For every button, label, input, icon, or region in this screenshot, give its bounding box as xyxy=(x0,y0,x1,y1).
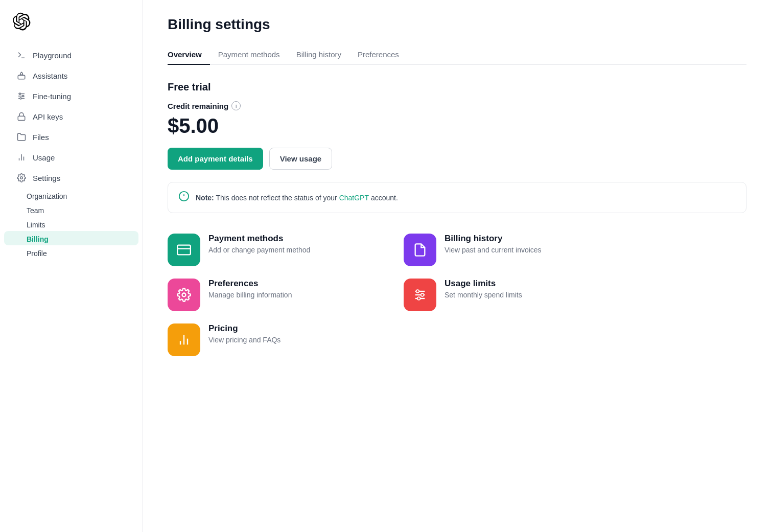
free-trial-section: Free trial Credit remaining i $5.00 Add … xyxy=(168,81,746,213)
billing-history-title: Billing history xyxy=(445,234,542,244)
preferences-desc: Manage billing information xyxy=(208,291,292,299)
preferences-card[interactable]: Preferences Manage billing information xyxy=(168,279,391,311)
svg-rect-1 xyxy=(18,75,25,79)
svg-point-2 xyxy=(20,73,23,75)
tab-billing-history[interactable]: Billing history xyxy=(288,45,349,65)
svg-point-8 xyxy=(20,98,21,99)
payment-methods-text: Payment methods Add or change payment me… xyxy=(208,234,310,254)
robot-icon xyxy=(16,71,27,81)
svg-rect-9 xyxy=(18,116,25,120)
payment-methods-desc: Add or change payment method xyxy=(208,246,310,254)
svg-point-7 xyxy=(22,96,24,97)
payment-methods-icon xyxy=(168,234,200,266)
billing-history-desc: View past and current invoices xyxy=(445,246,542,254)
sidebar-billing-label: Billing xyxy=(27,235,49,243)
credit-label: Credit remaining i xyxy=(168,101,746,110)
main-content: Billing settings Overview Payment method… xyxy=(143,0,771,532)
nav-files-label: Files xyxy=(33,133,49,142)
pricing-icon xyxy=(168,323,200,356)
payment-methods-title: Payment methods xyxy=(208,234,310,244)
lock-icon xyxy=(16,111,27,122)
note-body: This does not reflect the status of your xyxy=(214,194,339,202)
action-buttons: Add payment details View usage xyxy=(168,148,746,170)
nav-settings[interactable]: Settings xyxy=(4,168,138,188)
usage-limits-desc: Set monthly spend limits xyxy=(445,291,522,299)
sliders-icon xyxy=(16,91,27,101)
pricing-card[interactable]: Pricing View pricing and FAQs xyxy=(168,323,391,356)
cards-grid: Payment methods Add or change payment me… xyxy=(168,234,627,356)
svg-point-19 xyxy=(182,293,186,297)
openai-logo-icon xyxy=(12,12,31,31)
sidebar-item-limits[interactable]: Limits xyxy=(4,217,138,231)
billing-history-card[interactable]: Billing history View past and current in… xyxy=(404,234,627,266)
billing-history-icon xyxy=(404,234,436,266)
note-info-icon xyxy=(178,191,190,204)
usage-limits-card[interactable]: Usage limits Set monthly spend limits xyxy=(404,279,627,311)
nav-fine-tuning[interactable]: Fine-tuning xyxy=(4,86,138,106)
bar-chart-icon xyxy=(16,152,27,163)
svg-point-13 xyxy=(20,177,23,179)
payment-methods-card[interactable]: Payment methods Add or change payment me… xyxy=(168,234,391,266)
pricing-desc: View pricing and FAQs xyxy=(208,336,281,344)
nav-playground[interactable]: Playground xyxy=(4,45,138,65)
tab-preferences[interactable]: Preferences xyxy=(349,45,407,65)
sidebar-item-billing[interactable]: Billing xyxy=(4,231,138,245)
sidebar: Playground Assistants Fine-tuning API ke… xyxy=(0,0,143,532)
folder-icon xyxy=(16,132,27,142)
view-usage-button[interactable]: View usage xyxy=(269,148,332,170)
sidebar-limits-label: Limits xyxy=(27,221,45,229)
credit-amount: $5.00 xyxy=(168,114,746,137)
note-text: Note: This does not reflect the status o… xyxy=(196,194,398,202)
free-trial-title: Free trial xyxy=(168,81,746,93)
credit-info-icon[interactable]: i xyxy=(231,101,241,110)
sidebar-team-label: Team xyxy=(27,206,44,215)
note-banner: Note: This does not reflect the status o… xyxy=(168,182,746,213)
sidebar-profile-label: Profile xyxy=(27,249,47,258)
logo xyxy=(0,8,143,45)
nav-usage-label: Usage xyxy=(33,153,55,162)
sidebar-organization-label: Organization xyxy=(27,192,67,200)
tab-overview[interactable]: Overview xyxy=(168,45,210,65)
note-suffix: account. xyxy=(369,194,398,202)
nav-settings-label: Settings xyxy=(33,174,60,182)
usage-limits-text: Usage limits Set monthly spend limits xyxy=(445,279,522,299)
billing-history-text: Billing history View past and current in… xyxy=(445,234,542,254)
terminal-icon xyxy=(16,50,27,60)
preferences-title: Preferences xyxy=(208,279,292,289)
note-bold: Note: xyxy=(196,194,214,202)
sidebar-item-profile[interactable]: Profile xyxy=(4,245,138,260)
pricing-text: Pricing View pricing and FAQs xyxy=(208,323,281,344)
svg-point-6 xyxy=(19,93,21,95)
gear-icon xyxy=(16,173,27,183)
pricing-title: Pricing xyxy=(208,323,281,334)
nav-fine-tuning-label: Fine-tuning xyxy=(33,92,71,101)
nav-usage[interactable]: Usage xyxy=(4,147,138,168)
svg-rect-17 xyxy=(177,245,191,255)
sidebar-item-team[interactable]: Team xyxy=(4,202,138,217)
sidebar-item-organization[interactable]: Organization xyxy=(4,188,138,202)
usage-limits-icon xyxy=(404,279,436,311)
page-title: Billing settings xyxy=(168,16,746,33)
chatgpt-link[interactable]: ChatGPT xyxy=(339,194,369,202)
nav-playground-label: Playground xyxy=(33,51,72,60)
tab-payment-methods[interactable]: Payment methods xyxy=(210,45,288,65)
svg-point-24 xyxy=(421,293,424,296)
nav-files[interactable]: Files xyxy=(4,127,138,147)
preferences-text: Preferences Manage billing information xyxy=(208,279,292,299)
tabs-bar: Overview Payment methods Billing history… xyxy=(168,45,746,65)
nav-api-keys[interactable]: API keys xyxy=(4,106,138,127)
svg-point-25 xyxy=(417,297,420,300)
preferences-icon xyxy=(168,279,200,311)
svg-point-23 xyxy=(416,290,419,293)
add-payment-button[interactable]: Add payment details xyxy=(168,148,263,170)
nav-assistants-label: Assistants xyxy=(33,72,67,80)
nav-api-keys-label: API keys xyxy=(33,112,63,121)
nav-assistants[interactable]: Assistants xyxy=(4,65,138,86)
usage-limits-title: Usage limits xyxy=(445,279,522,289)
